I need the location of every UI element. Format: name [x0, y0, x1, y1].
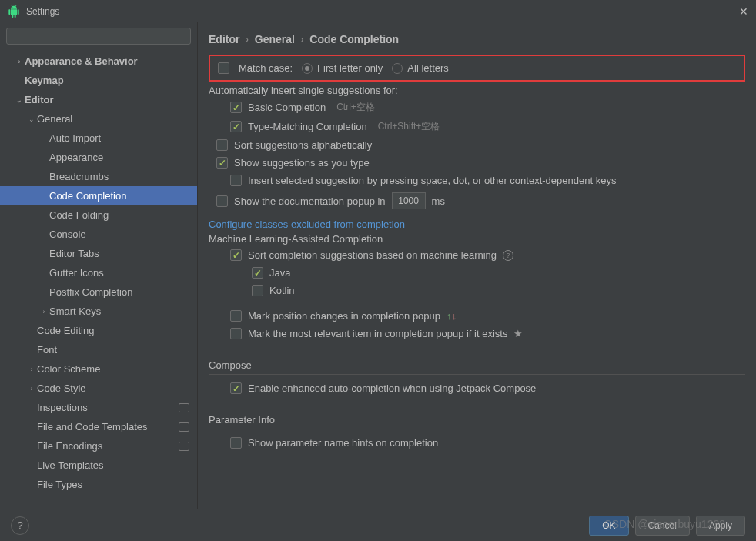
first-letter-radio[interactable]	[302, 63, 313, 74]
basic-completion-checkbox[interactable]	[230, 102, 242, 113]
compose-enable-checkbox[interactable]	[230, 382, 242, 394]
tree-item-label: Code Style	[37, 382, 189, 394]
tree-item-label: Code Folding	[49, 209, 189, 221]
tree-item-color-scheme[interactable]: ›Color Scheme	[0, 359, 197, 379]
tree-item-code-completion[interactable]: Code Completion	[0, 186, 197, 205]
arrows-icon: ↑↓	[447, 310, 457, 322]
tree-item-label: Smart Keys	[49, 306, 189, 317]
insert-selected-checkbox[interactable]	[230, 175, 242, 186]
doc-delay-input[interactable]	[392, 192, 426, 209]
mark-relevant-checkbox[interactable]	[230, 328, 242, 339]
tree-item-postfix-completion[interactable]: Postfix Completion	[0, 282, 197, 302]
tree-item-label: Keymap	[25, 75, 189, 86]
tree-item-general[interactable]: ⌄General	[0, 109, 197, 129]
show-suggestions-checkbox[interactable]	[216, 157, 228, 169]
tree-item-gutter-icons[interactable]: Gutter Icons	[0, 263, 197, 282]
tree-item-label: Breadcrumbs	[49, 171, 189, 182]
tree-item-label: General	[37, 113, 189, 125]
show-doc-checkbox[interactable]	[216, 195, 228, 207]
tree-item-appearance-behavior[interactable]: ›Appearance & Behavior	[0, 52, 197, 71]
tree-item-label: Console	[49, 229, 189, 240]
tree-item-font[interactable]: Font	[0, 340, 197, 359]
tree-item-inspections[interactable]: Inspections	[0, 398, 197, 417]
chevron-icon: ›	[14, 58, 25, 65]
ml-heading: Machine Learning-Assisted Completion	[209, 233, 745, 245]
tree-item-label: Font	[37, 344, 189, 356]
basic-completion-label: Basic Completion	[248, 102, 326, 113]
mark-relevant-label: Mark the most relevant item in completio…	[248, 328, 507, 339]
param-hints-label: Show parameter name hints on completion	[248, 437, 438, 449]
help-button[interactable]: ?	[11, 516, 29, 535]
project-scope-icon	[179, 442, 189, 451]
match-case-checkbox[interactable]	[218, 62, 229, 74]
ok-button[interactable]: OK	[589, 516, 628, 536]
sidebar: ›Appearance & BehaviorKeymap⌄Editor⌄Gene…	[0, 22, 198, 509]
compose-heading: Compose	[209, 359, 745, 375]
param-hints-checkbox[interactable]	[230, 437, 242, 449]
tree-item-editor[interactable]: ⌄Editor	[0, 90, 197, 109]
tree-item-label: Postfix Completion	[49, 286, 189, 298]
tree-item-label: File Encodings	[37, 440, 179, 452]
titlebar: Settings ✕	[0, 0, 756, 22]
tree-item-label: File and Code Templates	[37, 421, 179, 432]
tree-item-keymap[interactable]: Keymap	[0, 71, 197, 90]
tree-item-label: File Types	[37, 479, 189, 490]
all-letters-label: All letters	[407, 62, 448, 74]
star-icon: ★	[513, 328, 523, 339]
apply-button[interactable]: Apply	[696, 516, 745, 536]
show-doc-label-post: ms	[432, 195, 445, 207]
tree-item-file-encodings[interactable]: File Encodings	[0, 436, 197, 456]
project-scope-icon	[179, 422, 189, 432]
show-doc-label-pre: Show the documentation popup in	[234, 195, 386, 207]
chevron-icon: ⌄	[14, 96, 25, 104]
kotlin-checkbox[interactable]	[252, 285, 263, 296]
tree-item-label: Appearance	[49, 152, 189, 163]
compose-enable-label: Enable enhanced auto-completion when usi…	[248, 382, 536, 394]
help-icon[interactable]: ?	[503, 250, 513, 261]
tree-item-editor-tabs[interactable]: Editor Tabs	[0, 244, 197, 263]
tree-item-label: Inspections	[37, 402, 179, 413]
type-matching-label: Type-Matching Completion	[248, 121, 367, 132]
tree-item-file-and-code-templates[interactable]: File and Code Templates	[0, 417, 197, 436]
tree-item-auto-import[interactable]: Auto Import	[0, 129, 197, 148]
chevron-icon: ›	[26, 366, 37, 373]
param-info-heading: Parameter Info	[209, 414, 745, 429]
configure-excluded-link[interactable]: Configure classes excluded from completi…	[209, 219, 405, 230]
project-scope-icon	[179, 403, 189, 412]
sort-alpha-checkbox[interactable]	[216, 139, 228, 151]
tree-item-file-types[interactable]: File Types	[0, 475, 197, 494]
tree-item-breadcrumbs[interactable]: Breadcrumbs	[0, 167, 197, 186]
tree-item-code-style[interactable]: ›Code Style	[0, 379, 197, 398]
match-case-label: Match case:	[239, 62, 293, 74]
tree-item-label: Color Scheme	[37, 363, 189, 375]
close-icon[interactable]: ✕	[739, 5, 748, 18]
chevron-icon: ›	[26, 385, 37, 392]
breadcrumb-item[interactable]: Editor	[209, 33, 239, 45]
ml-sort-checkbox[interactable]	[230, 249, 242, 261]
tree-item-smart-keys[interactable]: ›Smart Keys	[0, 302, 197, 321]
java-checkbox[interactable]	[252, 267, 263, 279]
show-suggestions-label: Show suggestions as you type	[234, 157, 370, 169]
tree-item-live-templates[interactable]: Live Templates	[0, 456, 197, 475]
first-letter-label: First letter only	[317, 62, 383, 74]
ml-sort-label: Sort completion suggestions based on mac…	[248, 249, 497, 261]
breadcrumb-item: Code Completion	[309, 33, 399, 45]
tree-item-code-folding[interactable]: Code Folding	[0, 205, 197, 225]
sort-alpha-label: Sort suggestions alphabetically	[234, 139, 372, 151]
type-matching-checkbox[interactable]	[230, 121, 242, 132]
breadcrumb-item[interactable]: General	[255, 33, 295, 45]
window-title: Settings	[26, 6, 59, 17]
tree-item-console[interactable]: Console	[0, 225, 197, 244]
settings-tree: ›Appearance & BehaviorKeymap⌄Editor⌄Gene…	[0, 50, 197, 509]
search-input[interactable]	[6, 28, 191, 45]
chevron-icon: ›	[38, 308, 49, 316]
android-icon	[8, 5, 20, 18]
all-letters-radio[interactable]	[392, 63, 403, 74]
cancel-button[interactable]: Cancel	[635, 516, 690, 536]
dialog-footer: ? OK Cancel Apply	[0, 509, 756, 541]
tree-item-label: Gutter Icons	[49, 267, 189, 279]
tree-item-label: Editor	[25, 94, 189, 105]
tree-item-code-editing[interactable]: Code Editing	[0, 321, 197, 340]
mark-position-checkbox[interactable]	[230, 310, 242, 322]
tree-item-appearance[interactable]: Appearance	[0, 148, 197, 167]
